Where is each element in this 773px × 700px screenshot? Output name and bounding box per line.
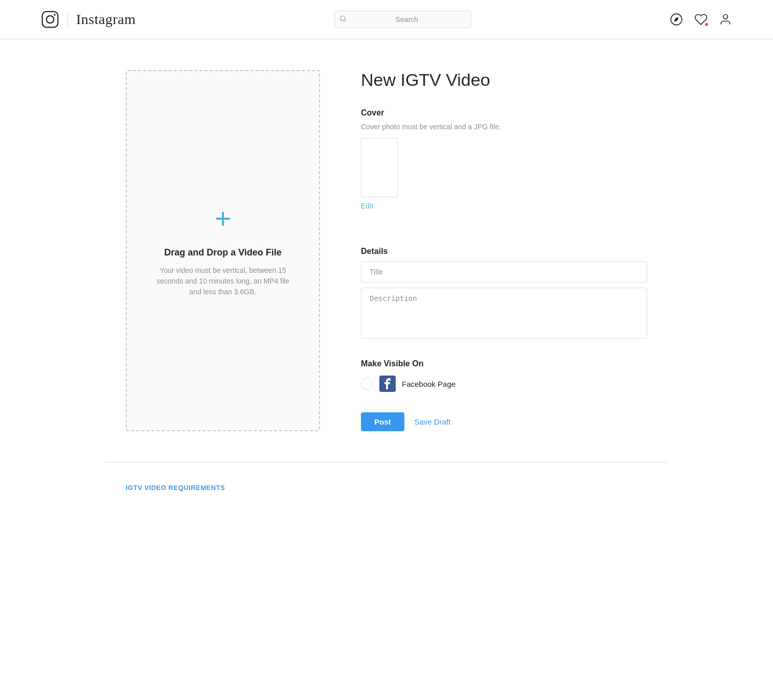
- facebook-radio[interactable]: [361, 378, 373, 390]
- visibility-label: Make Visible On: [361, 359, 647, 368]
- action-row: Post Save Draft: [361, 412, 647, 431]
- visibility-section: Make Visible On Facebook Page: [361, 359, 647, 392]
- facebook-row: Facebook Page: [361, 376, 647, 392]
- cover-hint: Cover photo must be vertical and a JPG f…: [361, 123, 647, 131]
- svg-line-4: [344, 20, 346, 21]
- svg-point-7: [723, 14, 728, 19]
- svg-point-3: [340, 16, 345, 20]
- save-draft-link[interactable]: Save Draft: [415, 417, 451, 426]
- search-icon: [339, 15, 347, 24]
- cover-section: Cover Cover photo must be vertical and a…: [361, 108, 647, 228]
- cover-preview: [361, 138, 398, 197]
- post-button[interactable]: Post: [361, 412, 404, 431]
- facebook-icon: [379, 376, 396, 392]
- svg-rect-0: [42, 12, 58, 28]
- instagram-logo-icon[interactable]: [41, 10, 59, 29]
- details-section: Details: [361, 247, 647, 341]
- drop-zone-description: Your video must be vertical, between 15 …: [156, 265, 289, 297]
- explore-icon[interactable]: [670, 13, 683, 26]
- svg-marker-6: [674, 17, 678, 21]
- svg-point-2: [54, 14, 56, 16]
- drop-zone-title: Drag and Drop a Video File: [164, 247, 282, 258]
- form-area: New IGTV Video Cover Cover photo must be…: [361, 70, 647, 431]
- video-drop-zone[interactable]: + Drag and Drop a Video File Your video …: [126, 70, 320, 431]
- cover-edit-link[interactable]: Edit: [361, 202, 373, 210]
- details-label: Details: [361, 247, 647, 256]
- page-title: New IGTV Video: [361, 70, 647, 90]
- header-left: Instagram: [41, 10, 135, 29]
- header-right: [670, 13, 732, 26]
- footer-section: IGTV VIDEO REQUIREMENTS: [105, 462, 668, 492]
- search-container: [334, 11, 471, 28]
- notifications-icon[interactable]: [694, 13, 708, 26]
- title-input[interactable]: [361, 261, 647, 283]
- svg-point-1: [47, 16, 54, 23]
- cover-label: Cover: [361, 108, 647, 118]
- profile-icon[interactable]: [719, 13, 732, 26]
- igtv-requirements-link[interactable]: IGTV VIDEO REQUIREMENTS: [126, 484, 225, 492]
- header-divider: [67, 12, 68, 27]
- header: Instagram: [0, 0, 773, 39]
- search-input[interactable]: [334, 11, 471, 28]
- facebook-page-label: Facebook Page: [402, 380, 456, 388]
- main-content: + Drag and Drop a Video File Your video …: [105, 39, 668, 462]
- plus-icon: +: [215, 204, 232, 233]
- instagram-wordmark: Instagram: [76, 11, 135, 28]
- description-input[interactable]: [361, 288, 647, 339]
